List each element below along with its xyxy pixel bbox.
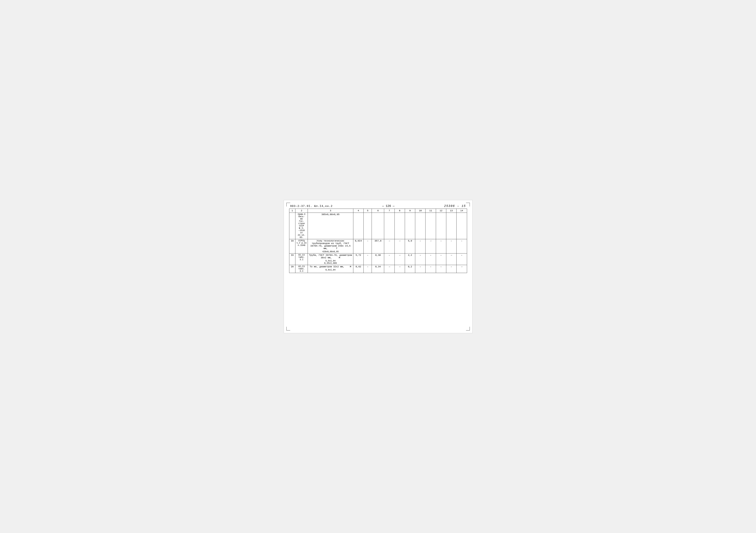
- corner-br: [466, 327, 470, 331]
- col-header-6: 6: [372, 209, 384, 213]
- corner-tl: [286, 203, 290, 206]
- row20-col4: 0,62: [353, 265, 364, 273]
- row19-col3: Труба, ГОСТ I0704–76, диаметром 38x2 мм,…: [308, 253, 353, 265]
- corner-tr: [466, 203, 470, 206]
- row18-col13: –: [446, 239, 456, 253]
- col-header-8: 8: [394, 209, 405, 213]
- row20-col11: –: [425, 265, 436, 273]
- row19-col2: 0I–I3 табл. 3.I: [295, 253, 308, 265]
- note-col2: прим.3Пись-моГос-строяСССР№ 4––1510от22.…: [295, 213, 308, 239]
- row18-col5: –: [364, 239, 372, 253]
- row20-col6: 0,34: [372, 265, 384, 273]
- row20-col5: –: [364, 265, 372, 273]
- row20-col3: То же, диаметром 32x2 мм, М 0,6xI,04: [308, 265, 353, 273]
- note-col8: [394, 213, 405, 239]
- row18-col2: ССРСЦ ч.У р.IX п.3348: [295, 239, 308, 253]
- row19-col11: –: [425, 253, 436, 265]
- doc-id: 903–2–37.9I. Ал.I4,кн.2: [290, 204, 333, 208]
- note-col6: [372, 213, 384, 239]
- col-header-13: 13: [446, 209, 456, 213]
- row18-col7: →: [384, 239, 394, 253]
- row19-col7: –: [384, 253, 394, 265]
- col-header-12: 12: [436, 209, 446, 213]
- row18-col10: –: [415, 239, 425, 253]
- row19-col10: –: [415, 253, 425, 265]
- col-header-2: 2: [295, 209, 308, 213]
- col-header-11: 11: [425, 209, 436, 213]
- row20-col1: 20: [289, 265, 295, 273]
- note-col3: 385x0,88x0,95: [308, 213, 353, 239]
- row19-col12: –: [436, 253, 446, 265]
- row18-col3: Узлы технологических трубопроводов из тр…: [308, 239, 353, 253]
- note-col7: [384, 213, 394, 239]
- row19-col13: →: [446, 253, 456, 265]
- page-number: — 126 —: [333, 204, 444, 208]
- table-header-row: 1 2 3 4 5 6 7 8 9 10 11 12 13 14: [289, 209, 467, 213]
- col-header-4: 4: [353, 209, 364, 213]
- doc-number: 25306 – 15: [444, 204, 466, 208]
- row20-col9: 0,2: [405, 265, 415, 273]
- note-col12: [436, 213, 446, 239]
- col-header-14: 14: [457, 209, 467, 213]
- col-header-9: 9: [405, 209, 415, 213]
- note-col9: [405, 213, 415, 239]
- col-header-5: 5: [364, 209, 372, 213]
- note-col1: [289, 213, 295, 239]
- row19-col14: –: [457, 253, 467, 265]
- corner-bl: [286, 327, 290, 331]
- note-col14: [457, 213, 467, 239]
- note-col10: [415, 213, 425, 239]
- header: 903–2–37.9I. Ал.I4,кн.2 — 126 — 25306 – …: [289, 204, 467, 208]
- row19-col6: 0,38: [372, 253, 384, 265]
- note-col13: [446, 213, 456, 239]
- note-col5: [364, 213, 372, 239]
- row19-col5: –: [364, 253, 372, 265]
- row20-col7: →: [384, 265, 394, 273]
- col-header-10: 10: [415, 209, 425, 213]
- row19-col4: 5,72: [353, 253, 364, 265]
- row18-col9: 5,0: [405, 239, 415, 253]
- document-page: 903–2–37.9I. Ал.I4,кн.2 — 126 — 25306 – …: [284, 200, 472, 333]
- row20-col2: 0I–I3 табл. 3.I: [295, 265, 308, 273]
- row20-col10: –: [415, 265, 425, 273]
- table-row-18: I8 ССРСЦ ч.У р.IX п.3348 Узлы технологич…: [289, 239, 467, 253]
- note-col4: [353, 213, 364, 239]
- row18-col14: –: [457, 239, 467, 253]
- row19-col1: I9: [289, 253, 295, 265]
- row19-col8: →: [394, 253, 405, 265]
- row18-col8: →: [394, 239, 405, 253]
- row20-col8: →: [394, 265, 405, 273]
- row18-col4: 0,0I4: [353, 239, 364, 253]
- col-header-1: 1: [289, 209, 295, 213]
- row19-col9: 2,2: [405, 253, 415, 265]
- col-header-3: 3: [308, 209, 353, 213]
- table-row-19: I9 0I–I3 табл. 3.I Труба, ГОСТ I0704–76,…: [289, 253, 467, 265]
- spacer-row: [289, 273, 467, 281]
- note-col11: [425, 213, 436, 239]
- row18-col1: I8: [289, 239, 295, 253]
- row20-col13: –: [446, 265, 456, 273]
- row20-col12: –: [436, 265, 446, 273]
- table-row-note: прим.3Пись-моГос-строяСССР№ 4––1510от22.…: [289, 213, 467, 239]
- table-row-20: 20 0I–I3 табл. 3.I То же, диаметром 32x2…: [289, 265, 467, 273]
- row18-col11: →: [425, 239, 436, 253]
- row18-col6: 357,8: [372, 239, 384, 253]
- row20-col14: →: [457, 265, 467, 273]
- main-table: 1 2 3 4 5 6 7 8 9 10 11 12 13 14 прим: [289, 209, 467, 281]
- col-header-7: 7: [384, 209, 394, 213]
- row18-col12: –: [436, 239, 446, 253]
